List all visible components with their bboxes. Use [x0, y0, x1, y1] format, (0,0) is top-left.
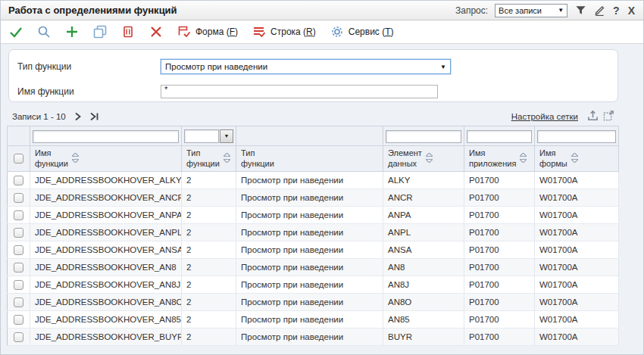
- form-menu[interactable]: Форма (F): [177, 25, 238, 39]
- qbe-app-input[interactable]: [467, 130, 532, 143]
- application-window: Работа с определениями функций Запрос: В…: [0, 0, 644, 355]
- row-menu-icon: [252, 25, 266, 39]
- table-row[interactable]: JDE_ADDRESSBOOKHOVER_ANPL 2 Просмотр при…: [8, 224, 619, 241]
- cell-data-element: BUYR: [383, 329, 464, 346]
- column-header[interactable]: Тип функции: [182, 146, 236, 172]
- qbe-cell-type-desc: [236, 126, 383, 146]
- query-select[interactable]: Все записи ▼: [495, 4, 567, 17]
- cell-form-name: W01700A: [535, 311, 619, 329]
- table-row[interactable]: JDE_ADDRESSBOOKHOVER_ALKY 2 Просмотр при…: [8, 172, 619, 189]
- cell-form-name: W01700A: [535, 172, 619, 189]
- cell-function-type-desc: Просмотр при наведении: [236, 189, 383, 207]
- cell-function-name: JDE_ADDRESSBOOKHOVER_BUYR: [30, 329, 182, 346]
- find-magnifier-icon[interactable]: [37, 25, 51, 39]
- table-row[interactable]: JDE_ADDRESSBOOKHOVER_BUYR 2 Просмотр при…: [8, 329, 619, 346]
- table-row[interactable]: JDE_ADDRESSBOOKHOVER_AN8O 2 Просмотр при…: [8, 294, 619, 311]
- cell-function-type: 2: [182, 276, 236, 294]
- sort-icon[interactable]: [224, 153, 230, 164]
- title-bar: Работа с определениями функций Запрос: В…: [1, 1, 643, 20]
- row-checkbox[interactable]: [14, 332, 23, 342]
- select-all-checkbox[interactable]: [14, 154, 23, 163]
- cell-function-type-desc: Просмотр при наведении: [236, 207, 383, 224]
- cell-function-type-desc: Просмотр при наведении: [236, 276, 383, 294]
- filter-panel: Тип функции Просмотр при наведении ▼ Имя…: [8, 49, 618, 102]
- row-select-cell: [8, 172, 30, 189]
- cell-function-type: 2: [182, 294, 236, 311]
- qbe-type-input[interactable]: [184, 129, 219, 143]
- cell-application-name: P01700: [464, 276, 535, 294]
- table-row[interactable]: JDE_ADDRESSBOOKHOVER_ANSA 2 Просмотр при…: [8, 241, 619, 259]
- row-checkbox[interactable]: [14, 315, 23, 325]
- row-checkbox[interactable]: [14, 228, 23, 238]
- qbe-cell-element: [383, 126, 464, 146]
- column-header-label: Тип функции: [186, 148, 220, 170]
- close-x-icon[interactable]: [149, 25, 163, 39]
- filter-row-type: Тип функции Просмотр при наведении ▼: [9, 58, 617, 75]
- export-icon[interactable]: [587, 110, 599, 124]
- column-header[interactable]: Имя функции: [30, 146, 182, 172]
- grid-customize-link[interactable]: Настройка сетки: [511, 112, 578, 121]
- form-menu-label: Форма (F): [195, 26, 238, 37]
- row-select-cell: [8, 276, 30, 294]
- table-row[interactable]: JDE_ADDRESSBOOKHOVER_AN85 2 Просмотр при…: [8, 311, 619, 329]
- cell-function-name: JDE_ADDRESSBOOKHOVER_AN8J: [30, 276, 182, 294]
- function-type-select-value: Просмотр при наведении: [165, 62, 267, 71]
- grid-area: Записи 1 - 10 Настройка сетки: [7, 107, 618, 346]
- table-row[interactable]: JDE_ADDRESSBOOKHOVER_AN8J 2 Просмотр при…: [8, 276, 619, 294]
- sort-icon[interactable]: [72, 153, 79, 164]
- column-header[interactable]: Тип функции: [236, 146, 383, 172]
- row-checkbox[interactable]: [14, 263, 23, 272]
- title-bar-right: Запрос: Все записи ▼ ? X: [455, 4, 636, 17]
- form-menu-icon: [177, 25, 191, 39]
- table-row[interactable]: JDE_ADDRESSBOOKHOVER_ANPA 2 Просмотр при…: [8, 207, 619, 224]
- edit-pencil-icon[interactable]: [593, 5, 605, 17]
- cell-form-name: W01700A: [535, 207, 619, 224]
- row-checkbox[interactable]: [14, 280, 23, 290]
- qbe-form-input[interactable]: [537, 130, 616, 143]
- row-checkbox[interactable]: [14, 297, 23, 307]
- column-header[interactable]: Элемент данных: [383, 146, 464, 172]
- select-check-icon[interactable]: [9, 25, 23, 39]
- toolbar: Форма (F) Строка (R) Сервис (T): [1, 20, 643, 44]
- cell-function-name: JDE_ADDRESSBOOKHOVER_AN85: [30, 311, 182, 329]
- cell-function-type-desc: Просмотр при наведении: [236, 311, 383, 329]
- table-row[interactable]: JDE_ADDRESSBOOKHOVER_AN8 2 Просмотр при …: [8, 259, 619, 276]
- sort-icon[interactable]: [520, 153, 527, 164]
- function-type-select[interactable]: Просмотр при наведении ▼: [161, 59, 451, 74]
- qbe-cell-form: [535, 126, 619, 146]
- close-icon[interactable]: X: [627, 5, 636, 16]
- function-name-label: Имя функции: [9, 86, 161, 97]
- cell-function-name: JDE_ADDRESSBOOKHOVER_ANPA: [30, 207, 182, 224]
- add-plus-icon[interactable]: [65, 25, 79, 39]
- help-icon[interactable]: ?: [612, 5, 621, 16]
- last-page-icon[interactable]: [89, 112, 99, 121]
- filter-funnel-icon[interactable]: [574, 5, 586, 17]
- cell-function-type: 2: [182, 224, 236, 241]
- qbe-name-input[interactable]: [33, 130, 179, 143]
- query-label: Запрос:: [455, 5, 488, 16]
- table-row[interactable]: JDE_ADDRESSBOOKHOVER_ANCR 2 Просмотр при…: [8, 189, 619, 207]
- row-checkbox[interactable]: [14, 193, 23, 203]
- column-header[interactable]: Имя формы: [535, 146, 619, 172]
- row-select-cell: [8, 241, 30, 259]
- query-select-value: Все записи: [499, 6, 542, 15]
- row-menu[interactable]: Строка (R): [252, 25, 316, 39]
- qbe-element-input[interactable]: [386, 130, 461, 143]
- next-page-icon[interactable]: [73, 112, 82, 121]
- delete-trash-icon[interactable]: [121, 25, 135, 39]
- function-name-input[interactable]: [161, 85, 438, 98]
- row-checkbox[interactable]: [14, 210, 23, 220]
- sort-icon[interactable]: [426, 153, 433, 164]
- qbe-type-dropdown-button[interactable]: ▼: [220, 129, 233, 143]
- row-checkbox[interactable]: [14, 176, 23, 185]
- column-header[interactable]: Имя приложения: [464, 146, 535, 172]
- row-checkbox[interactable]: [14, 245, 23, 255]
- grid-tools: [587, 110, 614, 124]
- tools-menu[interactable]: Сервис (T): [330, 25, 394, 39]
- cell-data-element: ANPL: [383, 224, 464, 241]
- gear-icon: [330, 25, 344, 39]
- expand-grid-icon[interactable]: [603, 110, 614, 124]
- cell-application-name: P01700: [464, 172, 535, 189]
- copy-icon[interactable]: [93, 25, 107, 39]
- sort-icon[interactable]: [571, 153, 578, 164]
